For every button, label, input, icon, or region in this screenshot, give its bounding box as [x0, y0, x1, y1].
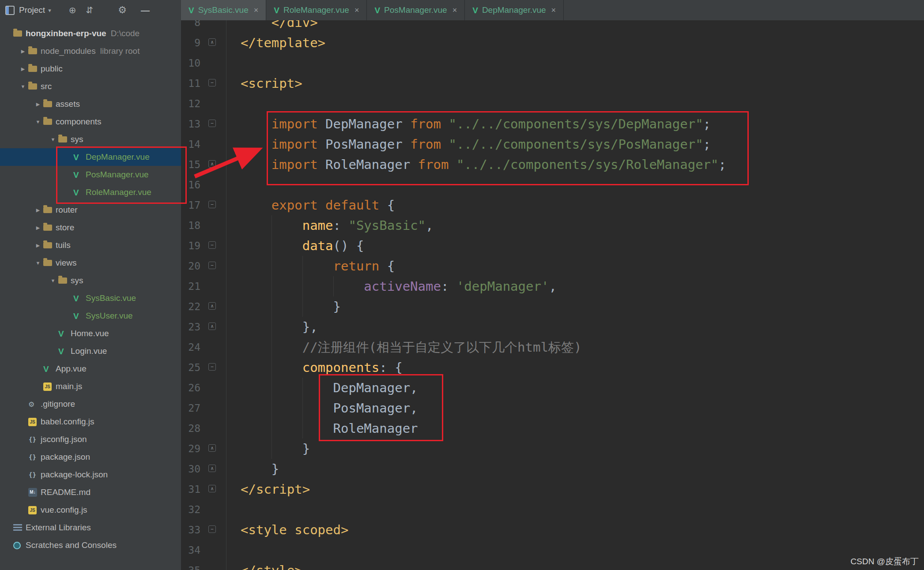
collapse-arrow-icon[interactable]: ▼ — [33, 119, 43, 124]
code-line-18[interactable]: 18 name: "SysBasic", — [181, 215, 924, 236]
code-line-29[interactable]: 29∧ } — [181, 439, 924, 459]
tree-item-label: components — [56, 117, 102, 127]
editor-tab-PosManager.vue[interactable]: VPosManager.vue× — [367, 0, 465, 20]
code-line-28[interactable]: 28 RoleManager — [181, 418, 924, 439]
code-line-30[interactable]: 30∧ } — [181, 459, 924, 479]
close-tab-icon[interactable]: × — [453, 6, 457, 15]
fold-marker-icon[interactable]: ∧ — [208, 465, 216, 472]
expand-arrow-icon[interactable]: ▶ — [33, 243, 43, 248]
fold-marker-icon[interactable]: − — [208, 363, 216, 371]
fold-marker-icon[interactable]: ∧ — [208, 302, 216, 310]
editor-tab-DepManager.vue[interactable]: VDepManager.vue× — [465, 0, 564, 20]
tree-item-SysUser.vue[interactable]: VSysUser.vue — [0, 307, 181, 325]
hide-panel-icon[interactable]: — — [141, 0, 150, 20]
tree-item-main.js[interactable]: JSmain.js — [0, 378, 181, 395]
collapse-arrow-icon[interactable]: ▼ — [48, 137, 58, 142]
collapse-arrow-icon[interactable]: ▼ — [18, 84, 28, 89]
code-line-21[interactable]: 21 activeName: 'depManager', — [181, 276, 924, 296]
code-line-35[interactable]: 35</style> — [181, 560, 924, 570]
project-tool-window-icon[interactable] — [5, 6, 15, 15]
code-line-27[interactable]: 27 PosManager, — [181, 398, 924, 418]
editor-tab-SysBasic.vue[interactable]: VSysBasic.vue× — [181, 0, 266, 20]
tree-item-App.vue[interactable]: VApp.vue — [0, 360, 181, 378]
code-line-31[interactable]: 31∧</script> — [181, 479, 924, 499]
expand-arrow-icon[interactable]: ▶ — [33, 225, 43, 231]
fold-marker-icon[interactable]: ∧ — [208, 322, 216, 330]
code-line-19[interactable]: 19− data() { — [181, 236, 924, 256]
fold-marker-icon[interactable]: ∧ — [208, 444, 216, 452]
fold-marker-icon[interactable]: − — [208, 201, 216, 208]
editor-tab-RoleManager.vue[interactable]: VRoleManager.vue× — [266, 0, 367, 20]
tree-item-public[interactable]: ▶public — [0, 60, 181, 78]
code-line-24[interactable]: 24 //注册组件(相当于自定义了以下几个html标签) — [181, 337, 924, 357]
fold-marker-icon[interactable]: − — [208, 79, 216, 86]
tree-item-package.json[interactable]: {}package.json — [0, 448, 181, 466]
close-tab-icon[interactable]: × — [551, 6, 556, 15]
tree-item-sys[interactable]: ▼sys — [0, 131, 181, 148]
tree-item-Login.vue[interactable]: VLogin.vue — [0, 342, 181, 360]
code-line-32[interactable]: 32 — [181, 499, 924, 520]
tree-item-label: Home.vue — [71, 329, 109, 338]
fold-marker-icon[interactable]: − — [208, 120, 216, 127]
tree-item-README.md[interactable]: M↓README.md — [0, 484, 181, 501]
code-line-26[interactable]: 26 DepManager, — [181, 378, 924, 398]
tree-item-babel.config.js[interactable]: JSbabel.config.js — [0, 413, 181, 431]
code-line-20[interactable]: 20− return { — [181, 256, 924, 276]
line-number: 27 — [181, 398, 200, 418]
tree-item-package-lock.json[interactable]: {}package-lock.json — [0, 466, 181, 484]
tree-item-External-Libraries[interactable]: External Libraries — [0, 519, 181, 536]
collapse-arrow-icon[interactable]: ▼ — [48, 278, 58, 283]
tree-item-.gitignore[interactable]: ⚙.gitignore — [0, 395, 181, 413]
code-line-11[interactable]: 11−<script> — [181, 73, 924, 94]
code-line-22[interactable]: 22∧ } — [181, 296, 924, 317]
code-text: } — [241, 296, 341, 317]
code-line-8[interactable]: 8 </div> — [181, 20, 924, 33]
code-line-25[interactable]: 25− components: { — [181, 357, 924, 378]
expand-arrow-icon[interactable]: ▶ — [33, 207, 43, 213]
expand-arrow-icon[interactable]: ▶ — [18, 66, 28, 72]
collapse-arrow-icon[interactable]: ▼ — [33, 260, 43, 266]
tree-item-components[interactable]: ▼components — [0, 113, 181, 131]
tree-item-views[interactable]: ▼views — [0, 254, 181, 272]
tree-item-label: package.json — [41, 452, 90, 462]
tree-item-tuils[interactable]: ▶tuils — [0, 236, 181, 254]
settings-gear-icon[interactable]: ⚙ — [118, 0, 127, 20]
tree-item-store[interactable]: ▶store — [0, 219, 181, 236]
tree-item-Scratches-and-Consoles[interactable]: Scratches and Consoles — [0, 536, 181, 554]
code-line-23[interactable]: 23∧ }, — [181, 317, 924, 337]
fold-marker-icon[interactable]: − — [208, 262, 216, 269]
code-line-34[interactable]: 34 — [181, 540, 924, 560]
close-tab-icon[interactable]: × — [254, 6, 259, 15]
fold-marker-icon[interactable]: ∧ — [208, 485, 216, 492]
code-editor[interactable]: 8 </div>9∧</template>1011−<script>1213− … — [181, 20, 924, 570]
tree-item-sys[interactable]: ▼sys — [0, 272, 181, 289]
tree-item-SysBasic.vue[interactable]: VSysBasic.vue — [0, 289, 181, 307]
code-line-10[interactable]: 10 — [181, 53, 924, 73]
chevron-down-icon[interactable]: ▾ — [48, 7, 51, 14]
tree-item-router[interactable]: ▶router — [0, 201, 181, 219]
tree-item-label: tuils — [56, 240, 71, 250]
tree-item-node_modules[interactable]: ▶node_moduleslibrary root — [0, 42, 181, 60]
tree-item-Home.vue[interactable]: VHome.vue — [0, 325, 181, 342]
tree-item-src[interactable]: ▼src — [0, 78, 181, 95]
code-text: export default { — [241, 195, 395, 215]
tree-item-label: .gitignore — [41, 399, 75, 409]
tab-label: RoleManager.vue — [283, 5, 349, 15]
expand-arrow-icon[interactable]: ▶ — [33, 101, 43, 107]
line-number: 19 — [181, 236, 200, 256]
fold-marker-icon[interactable]: ∧ — [208, 38, 216, 46]
expand-arrow-icon[interactable]: ▶ — [18, 49, 28, 54]
code-line-9[interactable]: 9∧</template> — [181, 33, 924, 53]
tree-item-hongxinben-erp-vue[interactable]: hongxinben-erp-vueD:\code — [0, 25, 181, 42]
collapse-all-icon[interactable]: ⇵ — [86, 0, 93, 20]
tree-item-assets[interactable]: ▶assets — [0, 95, 181, 113]
code-line-33[interactable]: 33−<style scoped> — [181, 520, 924, 540]
project-label[interactable]: Project — [19, 5, 45, 15]
fold-marker-icon[interactable]: − — [208, 525, 216, 533]
code-line-17[interactable]: 17− export default { — [181, 195, 924, 215]
tree-item-jsconfig.json[interactable]: {}jsconfig.json — [0, 431, 181, 448]
close-tab-icon[interactable]: × — [355, 6, 359, 15]
locate-file-icon[interactable]: ⊕ — [69, 0, 76, 20]
fold-marker-icon[interactable]: − — [208, 241, 216, 249]
tree-item-vue.config.js[interactable]: JSvue.config.js — [0, 501, 181, 519]
